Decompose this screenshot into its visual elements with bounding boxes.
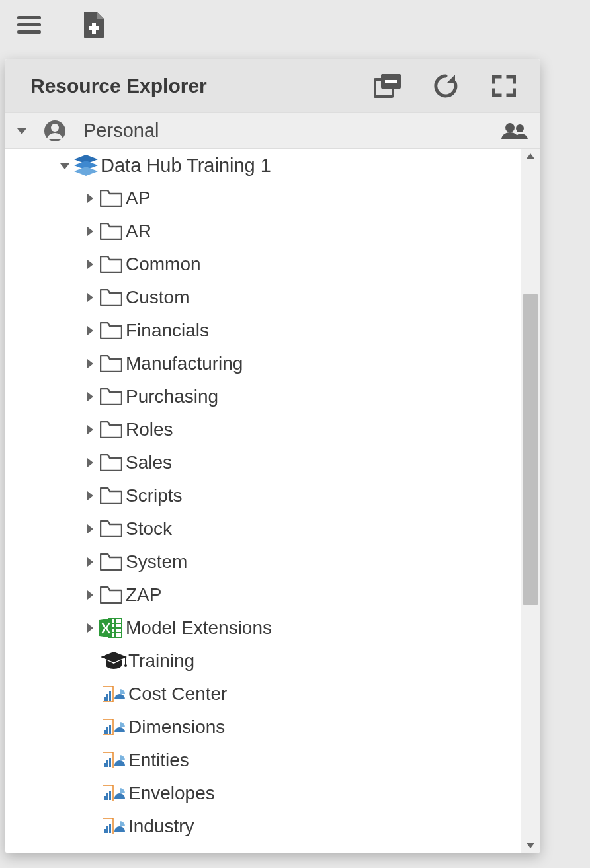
folder-icon bbox=[100, 388, 122, 405]
tree-node-label: Sales bbox=[126, 452, 172, 473]
svg-rect-26 bbox=[109, 725, 111, 734]
folder-icon bbox=[100, 289, 122, 306]
tree-folder-scripts[interactable]: Scripts bbox=[5, 479, 521, 512]
svg-rect-20 bbox=[104, 697, 106, 701]
tree-node-model-extensions[interactable]: Model Extensions bbox=[5, 612, 521, 645]
tree-node-label: Roles bbox=[126, 419, 173, 440]
root-node-label: Personal bbox=[83, 120, 159, 141]
svg-rect-37 bbox=[106, 826, 108, 833]
tree-node-label: ZAP bbox=[126, 584, 161, 606]
tree-node-label: Industry bbox=[128, 816, 194, 837]
scroll-thumb[interactable] bbox=[523, 294, 538, 605]
tree-item-industry[interactable]: Industry bbox=[5, 810, 521, 843]
collapse-panel-button[interactable] bbox=[372, 70, 403, 102]
refresh-icon bbox=[433, 73, 458, 99]
tree-node-label: Common bbox=[126, 254, 201, 275]
vertical-scrollbar[interactable] bbox=[521, 149, 540, 853]
menu-button[interactable] bbox=[13, 9, 45, 41]
tree-node-label: AP bbox=[126, 188, 150, 209]
dashboard-icon bbox=[103, 818, 125, 834]
tree-node-label: Data Hub Training 1 bbox=[101, 155, 271, 177]
dashboard-icon bbox=[103, 752, 125, 768]
dashboard-icon bbox=[103, 686, 125, 702]
tree-folder-roles[interactable]: Roles bbox=[5, 413, 521, 446]
expand-caret-right-icon bbox=[87, 491, 93, 500]
tree-folder-ap[interactable]: AP bbox=[5, 182, 521, 215]
people-icon bbox=[501, 122, 528, 139]
svg-rect-34 bbox=[109, 791, 111, 800]
panel-header: Resource Explorer bbox=[5, 59, 540, 112]
excel-icon bbox=[99, 617, 123, 639]
folder-icon bbox=[100, 454, 122, 471]
tree-folder-manufacturing[interactable]: Manufacturing bbox=[5, 347, 521, 380]
svg-point-9 bbox=[51, 124, 59, 132]
fullscreen-button[interactable] bbox=[488, 70, 520, 102]
tree-item-envelopes[interactable]: Envelopes bbox=[5, 777, 521, 810]
refresh-button[interactable] bbox=[430, 70, 462, 102]
tree-folder-ar[interactable]: AR bbox=[5, 215, 521, 248]
tree-node-training[interactable]: Training bbox=[5, 645, 521, 678]
tree-node-label: Manufacturing bbox=[126, 353, 243, 374]
tree: Data Hub Training 1 AP AR Common bbox=[5, 149, 521, 843]
tree-folder-stock[interactable]: Stock bbox=[5, 512, 521, 545]
svg-rect-38 bbox=[109, 824, 111, 833]
folder-icon bbox=[100, 487, 122, 504]
tree-node-label: Entities bbox=[128, 750, 189, 771]
resource-explorer-panel: Resource Explorer bbox=[5, 59, 540, 853]
folder-icon bbox=[100, 520, 122, 537]
svg-rect-2 bbox=[17, 30, 41, 34]
tree-folder-custom[interactable]: Custom bbox=[5, 281, 521, 314]
expand-caret-down-icon bbox=[17, 128, 26, 134]
root-node-personal[interactable]: Personal bbox=[5, 112, 540, 149]
triangle-up-icon bbox=[527, 153, 534, 159]
expand-caret-right-icon bbox=[87, 524, 93, 533]
expand-caret-right-icon bbox=[87, 359, 93, 368]
tree-folder-zap[interactable]: ZAP bbox=[5, 578, 521, 612]
expand-caret-right-icon bbox=[87, 590, 93, 600]
expand-caret-right-icon bbox=[87, 260, 93, 269]
expand-caret-right-icon bbox=[87, 557, 93, 567]
folder-icon bbox=[100, 322, 122, 339]
folder-icon bbox=[100, 223, 122, 240]
share-button[interactable] bbox=[501, 122, 528, 139]
tree-node-label: Model Extensions bbox=[126, 617, 272, 639]
scroll-up-button[interactable] bbox=[521, 149, 540, 163]
svg-rect-1 bbox=[17, 23, 41, 26]
tree-folder-sales[interactable]: Sales bbox=[5, 446, 521, 479]
scroll-down-button[interactable] bbox=[521, 838, 540, 853]
svg-rect-0 bbox=[17, 16, 41, 19]
svg-rect-30 bbox=[109, 758, 111, 767]
new-file-button[interactable] bbox=[78, 9, 110, 41]
tree-folder-purchasing[interactable]: Purchasing bbox=[5, 380, 521, 413]
svg-rect-25 bbox=[106, 727, 108, 734]
triangle-down-icon bbox=[527, 843, 534, 848]
fullscreen-icon bbox=[492, 75, 516, 97]
folder-icon bbox=[100, 553, 122, 571]
tree-node-datahub[interactable]: Data Hub Training 1 bbox=[5, 149, 521, 182]
tree-node-label: Scripts bbox=[126, 485, 183, 506]
tree-folder-common[interactable]: Common bbox=[5, 248, 521, 281]
tree-item-cost-center[interactable]: Cost Center bbox=[5, 678, 521, 711]
tree-folder-financials[interactable]: Financials bbox=[5, 314, 521, 347]
tree-folder-system[interactable]: System bbox=[5, 545, 521, 578]
svg-rect-7 bbox=[385, 80, 397, 83]
folder-icon bbox=[100, 586, 122, 604]
tree-node-label: Training bbox=[128, 651, 194, 672]
expand-caret-right-icon bbox=[87, 392, 93, 401]
tree-item-dimensions[interactable]: Dimensions bbox=[5, 711, 521, 744]
folder-icon bbox=[100, 190, 122, 207]
panel-title: Resource Explorer bbox=[30, 75, 207, 97]
tree-node-label: Stock bbox=[126, 518, 172, 539]
svg-rect-4 bbox=[89, 26, 99, 30]
tree-node-label: Cost Center bbox=[128, 684, 227, 705]
svg-point-10 bbox=[505, 123, 515, 132]
svg-rect-36 bbox=[104, 829, 106, 833]
svg-rect-22 bbox=[109, 691, 111, 701]
tree-item-entities[interactable]: Entities bbox=[5, 744, 521, 777]
expand-caret-down-icon bbox=[60, 163, 69, 169]
new-file-icon bbox=[83, 12, 105, 38]
layers-icon bbox=[74, 155, 98, 176]
tree-node-label: System bbox=[126, 551, 187, 572]
tree-node-label: Financials bbox=[126, 320, 209, 341]
collapse-icon bbox=[374, 74, 401, 98]
